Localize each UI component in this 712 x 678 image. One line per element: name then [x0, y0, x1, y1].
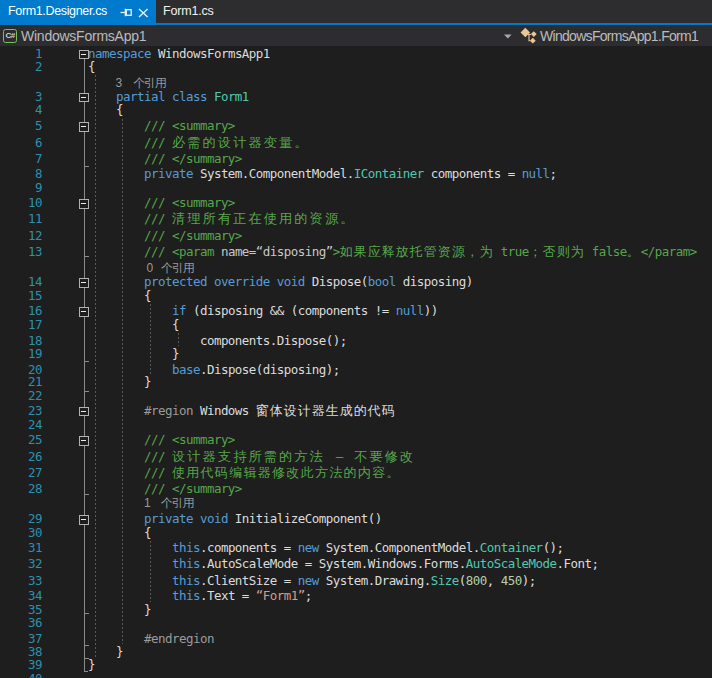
- code-token: this: [88, 573, 200, 588]
- code-line-7: 7 /// </summary>: [0, 152, 712, 167]
- line-number: 28: [0, 482, 42, 497]
- line-number: 36: [0, 616, 42, 631]
- code-line-6: 6 /// 必需的设计器变量。: [0, 136, 712, 151]
- member-dropdown[interactable]: WindowsFormsApp1.Form1: [517, 26, 712, 47]
- line-number: 30: [0, 526, 42, 541]
- code-text: this.ClientSize = new System.Drawing.Siz…: [88, 574, 536, 589]
- code-token: /// </summary>: [88, 228, 242, 243]
- csharp-project-icon: C#: [3, 29, 17, 43]
- code-token: ();: [543, 540, 564, 555]
- code-token: 不要修改: [354, 449, 415, 464]
- code-line-22: 22: [0, 389, 712, 404]
- fold-collapse-box[interactable]: [79, 436, 89, 446]
- code-token: 使用代码编辑器修改此方法的内容。: [172, 465, 401, 480]
- code-token: ///: [88, 135, 172, 150]
- class-icon: [518, 27, 538, 47]
- line-number: 17: [0, 318, 42, 333]
- code-line-5: 5 /// <summary>: [0, 119, 712, 134]
- code-token: }: [88, 374, 151, 389]
- code-text: /// </summary>: [88, 229, 242, 244]
- project-dropdown-label: WindowsFormsApp1: [21, 26, 146, 47]
- code-token: ；否则为: [529, 244, 585, 259]
- fold-collapse-box[interactable]: [79, 278, 89, 288]
- fold-collapse-box[interactable]: [79, 307, 89, 317]
- code-token: “Form1”: [256, 588, 305, 603]
- code-text: {: [88, 526, 151, 541]
- code-line-27: 27 /// 使用代码编辑器修改此方法的内容。: [0, 466, 712, 481]
- code-text: this.AutoScaleMode = System.Windows.Form…: [88, 557, 599, 572]
- code-token: .ClientSize =: [200, 573, 298, 588]
- code-text: /// 设计器支持所需的方法 – 不要修改: [88, 450, 415, 465]
- code-token: {: [88, 59, 95, 74]
- codelens-count: 3: [116, 76, 123, 90]
- codelens-references[interactable]: 0个引用: [0, 261, 712, 276]
- fold-collapse-box[interactable]: [79, 199, 89, 209]
- codelens-label: 个引用: [161, 496, 193, 510]
- code-token: }: [88, 602, 151, 617]
- fold-collapse-box[interactable]: [79, 515, 89, 525]
- code-token: false: [585, 244, 627, 259]
- code-token: (disposing && (components !=: [186, 303, 396, 318]
- code-line-12: 12 /// </summary>: [0, 229, 712, 244]
- code-line-13: 13 /// <param name=“disposing”>如果应释放托管资源…: [0, 245, 712, 260]
- navigation-bar: C# WindowsFormsApp1 WindowsFormsApp1.For…: [0, 25, 712, 47]
- code-token: /// <param: [88, 244, 221, 259]
- line-number: 11: [0, 212, 42, 227]
- code-token: Windows: [193, 403, 256, 418]
- code-line-17: 17 {: [0, 318, 712, 333]
- code-token: }: [88, 657, 95, 672]
- code-token: /// </summary>: [88, 481, 242, 496]
- code-text: /// 清理所有正在使用的资源。: [88, 212, 356, 227]
- codelens-count: 0: [147, 261, 154, 275]
- code-token: System.ComponentModel.: [193, 166, 354, 181]
- line-number: 15: [0, 289, 42, 304]
- code-text: {: [88, 318, 179, 333]
- code-token: /// <summary>: [88, 118, 235, 133]
- line-number: 33: [0, 574, 42, 589]
- code-line-28: 28 /// </summary>: [0, 482, 712, 497]
- code-line-23: 23 #region Windows 窗体设计器生成的代码: [0, 404, 712, 419]
- code-text: /// 使用代码编辑器修改此方法的内容。: [88, 466, 401, 481]
- code-token: {: [88, 102, 123, 117]
- pin-icon[interactable]: [120, 0, 136, 23]
- code-line-9: 9: [0, 181, 712, 196]
- fold-collapse-box[interactable]: [79, 50, 89, 60]
- code-token: ,: [487, 573, 501, 588]
- codelens-count: 1: [144, 496, 151, 510]
- code-text: /// <param name=“disposing”>如果应释放托管资源，为 …: [88, 245, 697, 260]
- code-line-2: 2{: [0, 60, 712, 75]
- fold-collapse-box[interactable]: [79, 93, 89, 103]
- code-token: bool: [368, 274, 396, 289]
- code-text: /// <summary>: [88, 433, 235, 448]
- project-dropdown[interactable]: C# WindowsFormsApp1: [0, 26, 515, 47]
- code-token: components =: [424, 166, 522, 181]
- line-number: 40: [0, 672, 42, 678]
- code-token: [347, 449, 354, 464]
- code-token: System.Drawing.: [319, 573, 431, 588]
- fold-collapse-box[interactable]: [79, 407, 89, 417]
- code-token: AutoScaleMode: [466, 556, 557, 571]
- code-token: disposing): [396, 274, 473, 289]
- line-number: 4: [0, 103, 42, 118]
- line-number: 5: [0, 119, 42, 134]
- code-token: 必需的设计器变量。: [172, 135, 310, 150]
- tab-form1-cs[interactable]: Form1.cs: [156, 0, 232, 23]
- code-token: {: [88, 317, 179, 332]
- code-token: [325, 449, 332, 464]
- line-number: 13: [0, 245, 42, 260]
- fold-collapse-box[interactable]: [79, 122, 89, 132]
- line-number: 10: [0, 196, 42, 211]
- code-token: 如果应释放托管资源，为: [340, 244, 494, 259]
- code-token: .Font;: [557, 556, 599, 571]
- codelens-references[interactable]: 1个引用: [0, 496, 712, 511]
- code-token: .AutoScaleMode = System.Windows.Forms.: [200, 556, 466, 571]
- line-number: 25: [0, 433, 42, 448]
- code-token: ;: [305, 588, 312, 603]
- close-icon[interactable]: [137, 0, 151, 23]
- code-editor[interactable]: 1namespace WindowsFormsApp12{3个引用3 parti…: [0, 46, 712, 678]
- tab-form1-designer[interactable]: Form1.Designer.cs: [0, 0, 156, 23]
- code-text: /// <summary>: [88, 196, 235, 211]
- code-token: )): [424, 303, 438, 318]
- line-number: 7: [0, 152, 42, 167]
- code-token: }: [88, 346, 179, 361]
